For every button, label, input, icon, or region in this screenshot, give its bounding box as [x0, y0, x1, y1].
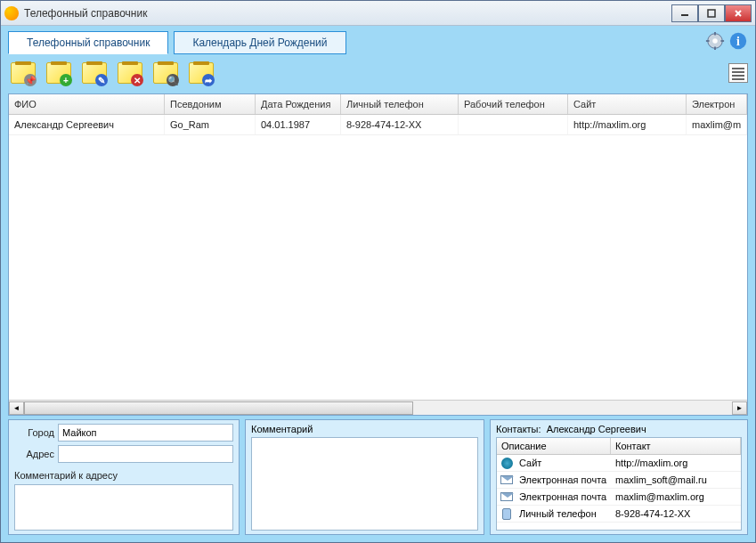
ct-val: maxlim_soft@mail.ru — [613, 474, 741, 486]
ct-col-desc[interactable]: Описание — [497, 438, 611, 454]
cell-pphone: 8-928-474-12-XX — [341, 115, 459, 134]
col-header-fio[interactable]: ФИО — [9, 94, 165, 114]
bottom-panels: Город Адрес Комментарий к адресу Коммент… — [8, 419, 748, 535]
ct-desc: Личный телефон — [516, 507, 613, 520]
contacts-title: Контакты: Александр Сергеевич — [496, 424, 742, 434]
col-header-nick[interactable]: Псевдоним — [165, 94, 256, 114]
cell-nick: Go_Ram — [165, 115, 256, 134]
ct-val: http://maxlim.org — [613, 457, 741, 469]
scroll-thumb[interactable] — [24, 401, 413, 415]
col-header-email[interactable]: Электрон — [687, 94, 747, 114]
cell-site: http://maxlim.org — [568, 115, 687, 134]
contacts-row[interactable]: Сайтhttp://maxlim.org — [497, 455, 741, 472]
contacts-table-header: Описание Контакт — [497, 438, 741, 455]
tab-phonebook[interactable]: Телефонный справочник — [8, 31, 168, 54]
info-icon[interactable]: i — [728, 31, 748, 51]
svg-point-2 — [712, 38, 718, 44]
contacts-table-body: Сайтhttp://maxlim.orgЭлектронная почтаma… — [497, 455, 741, 523]
table-row[interactable]: Александр Сергеевич Go_Ram 04.01.1987 8-… — [9, 115, 747, 135]
comment-label: Комментарий — [251, 424, 478, 434]
svg-text:i: i — [736, 35, 740, 48]
ct-desc: Электронная почта — [516, 490, 613, 503]
contacts-name: Александр Сергеевич — [547, 424, 646, 434]
contacts-row[interactable]: Электронная почтаmaxlim_soft@mail.ru — [497, 472, 741, 489]
contacts-table: Описание Контакт Сайтhttp://maxlim.orgЭл… — [496, 437, 742, 531]
main-window: Телефонный справочник Телефонный справоч… — [0, 0, 756, 543]
list-view-icon[interactable] — [728, 63, 748, 83]
addr-comment-label: Комментарий к адресу — [14, 470, 233, 481]
mail-icon — [500, 474, 514, 486]
cell-email: maxlim@m — [687, 115, 747, 134]
maximize-button[interactable] — [698, 4, 725, 22]
toolbar: 📌 + ✎ ✕ 🔍 ➦ — [1, 58, 755, 93]
table-body[interactable]: Александр Сергеевич Go_Ram 04.01.1987 8-… — [9, 115, 747, 400]
contacts-row[interactable]: Электронная почтаmaxlim@maxlim.org — [497, 489, 741, 506]
addr-comment-textarea[interactable] — [14, 484, 233, 531]
toolbar-export-button[interactable]: ➦ — [186, 58, 216, 88]
tab-calendar[interactable]: Календарь Дней Рождений — [174, 31, 345, 54]
col-header-site[interactable]: Сайт — [568, 94, 687, 114]
col-header-wphone[interactable]: Рабочий телефон — [459, 94, 568, 114]
contacts-panel: Контакты: Александр Сергеевич Описание К… — [490, 419, 748, 535]
comment-panel: Комментарий — [245, 419, 484, 535]
table-header: ФИО Псевдоним Дата Рождения Личный телеф… — [9, 94, 747, 115]
scroll-left-arrow[interactable]: ◄ — [9, 401, 24, 415]
comment-textarea[interactable] — [251, 437, 478, 531]
toolbar-add-button[interactable]: + — [44, 58, 74, 88]
ct-desc: Электронная почта — [516, 474, 613, 486]
ct-col-val[interactable]: Контакт — [611, 438, 741, 454]
toolbar-edit-button[interactable]: ✎ — [79, 58, 110, 88]
contacts-row[interactable]: Личный телефон8-928-474-12-XX — [497, 506, 741, 523]
scroll-track[interactable] — [24, 401, 732, 415]
settings-icon[interactable] — [705, 31, 725, 51]
city-label: Город — [14, 427, 54, 438]
close-button[interactable] — [725, 4, 752, 22]
col-header-pphone[interactable]: Личный телефон — [341, 94, 459, 114]
scroll-right-arrow[interactable]: ► — [732, 401, 747, 415]
main-table: ФИО Псевдоним Дата Рождения Личный телеф… — [8, 93, 748, 416]
horizontal-scrollbar[interactable]: ◄ ► — [9, 400, 747, 415]
ct-val: maxlim@maxlim.org — [613, 490, 741, 503]
toolbar-search-button[interactable]: 🔍 — [150, 58, 181, 88]
corner-icons: i — [705, 31, 748, 51]
window-buttons — [671, 4, 752, 22]
tabs: Телефонный справочник Календарь Дней Рож… — [8, 31, 346, 54]
col-header-dob[interactable]: Дата Рождения — [256, 94, 341, 114]
top-bar: Телефонный справочник Календарь Дней Рож… — [1, 26, 755, 58]
address-input[interactable] — [58, 445, 233, 463]
titlebar[interactable]: Телефонный справочник — [1, 1, 755, 26]
content-area: ФИО Псевдоним Дата Рождения Личный телеф… — [1, 93, 755, 542]
address-panel: Город Адрес Комментарий к адресу — [8, 419, 240, 535]
cell-wphone — [459, 115, 568, 134]
window-title: Телефонный справочник — [24, 7, 671, 20]
mail-icon — [500, 490, 514, 503]
globe-icon — [500, 457, 514, 469]
contacts-prefix: Контакты: — [496, 424, 541, 434]
address-label: Адрес — [14, 449, 54, 459]
toolbar-pin-button[interactable]: 📌 — [8, 58, 38, 88]
cell-dob: 04.01.1987 — [256, 115, 341, 134]
ct-desc: Сайт — [516, 457, 613, 469]
ct-val: 8-928-474-12-XX — [613, 507, 741, 520]
toolbar-delete-button[interactable]: ✕ — [115, 58, 145, 88]
minimize-button[interactable] — [671, 4, 698, 22]
phone-icon — [500, 507, 514, 520]
cell-fio: Александр Сергеевич — [9, 115, 165, 134]
svg-rect-0 — [708, 10, 715, 17]
app-icon — [4, 6, 19, 20]
city-input[interactable] — [58, 424, 233, 442]
